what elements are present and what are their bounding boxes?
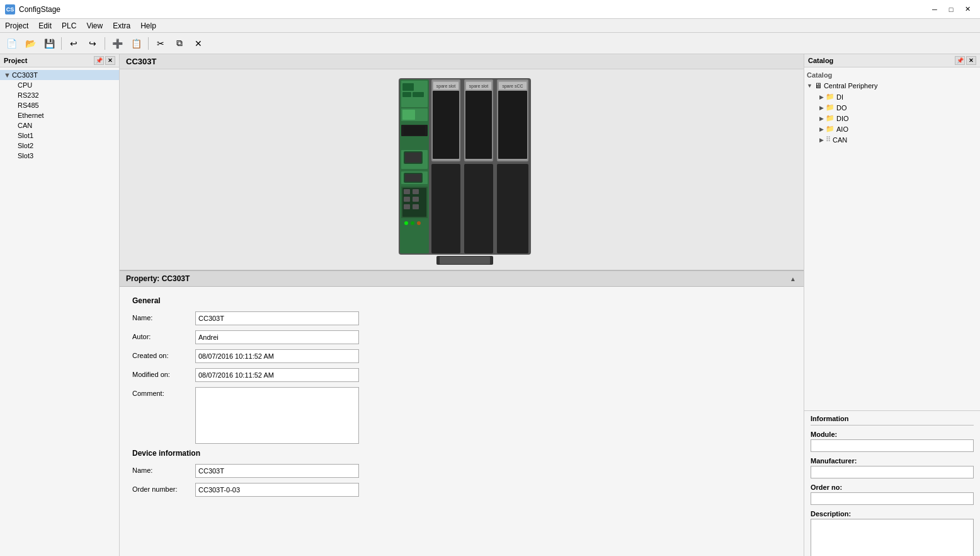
tree-item-ethernet[interactable]: Ethernet [0,110,119,120]
tree-root-label: CC303T [12,71,38,79]
device-name-input[interactable] [195,464,359,478]
svg-rect-20 [413,189,419,194]
svg-rect-33 [433,91,459,159]
arrow-icon: ▼ [4,71,11,79]
svg-rect-23 [404,204,410,209]
tree-item-slot2[interactable]: Slot2 [0,141,119,151]
can-expand-icon: ▶ [819,137,824,143]
add-button[interactable]: ➕ [108,35,126,52]
cp-folder-icon: 🖥 [814,81,822,90]
created-label: Created on: [132,349,195,359]
svg-point-26 [404,221,408,225]
order-no-input[interactable] [811,492,974,505]
save-button[interactable]: 💾 [40,35,58,52]
device-container: spare slot spare slot spare sCC [399,78,525,261]
created-input[interactable] [195,349,359,363]
order-number-input[interactable] [195,483,359,497]
tree-item-slot3[interactable]: Slot3 [0,151,119,161]
tree-item-rs485[interactable]: RS485 [0,100,119,110]
device-info-section-title: Device information [132,449,791,458]
dio-expand-icon: ▶ [819,115,824,122]
di-label: DI [836,93,843,101]
toolbar-sep-3 [148,37,149,50]
copy-button[interactable]: ⧉ [171,35,188,52]
maximize-button[interactable]: □ [943,3,959,16]
cp-label: Central Periphery [824,82,878,90]
delete-button[interactable]: ✕ [190,35,207,52]
panel-close-icon[interactable]: ✕ [105,56,115,65]
property-title: Property: CC303T ▲ [120,271,804,287]
redo-button[interactable]: ↪ [84,35,101,52]
description-textarea[interactable] [811,519,974,556]
tree-item-cpu[interactable]: CPU [0,80,119,90]
project-panel: Project 📌 ✕ ▼ CC303T CPU RS232 RS485 [0,54,120,556]
menu-project[interactable]: Project [0,20,33,32]
panel-pin-icon[interactable]: 📌 [94,56,104,65]
autor-input[interactable] [195,330,359,344]
svg-rect-38 [465,91,492,159]
tree-child-label: RS232 [18,91,39,99]
tree-child-label: Slot3 [18,152,33,159]
property-panel: Property: CC303T ▲ General Name: Autor: … [120,271,804,556]
svg-rect-22 [413,197,419,202]
svg-text:spare slot: spare slot [436,84,455,89]
comment-textarea[interactable] [195,387,359,444]
svg-rect-16 [405,174,421,182]
catalog-item-di[interactable]: ▶ 📁 DI [804,91,980,102]
dio-folder-icon: 📁 [826,114,835,122]
tree-item-slot1[interactable]: Slot1 [0,130,119,141]
autor-row: Autor: [132,330,791,344]
menu-plc[interactable]: PLC [57,20,81,32]
svg-rect-45 [464,164,493,253]
toolbar: 📄 📂 💾 ↩ ↪ ➕ 📋 ✂ ⧉ ✕ [0,33,980,54]
svg-rect-7 [402,110,415,120]
catalog-item-can[interactable]: ▶ ⠿ CAN [804,134,980,145]
scroll-up-arrow[interactable]: ▲ [789,274,797,283]
svg-rect-44 [431,164,460,253]
undo-button[interactable]: ↩ [65,35,83,52]
svg-point-28 [417,221,421,225]
catalog-item-central-periphery[interactable]: ▼ 🖥 Central Periphery [804,80,980,91]
new-button[interactable]: 📄 [3,35,20,52]
center-panel: CC303T [120,54,804,556]
tree-item-rs232[interactable]: RS232 [0,90,119,100]
tree-child-label: CAN [18,122,32,129]
catalog-close-icon[interactable]: ✕ [966,56,976,65]
tree-item-can[interactable]: CAN [0,120,119,130]
menu-view[interactable]: View [81,20,108,32]
menu-help[interactable]: Help [135,20,161,32]
cp-expand-icon: ▼ [807,83,812,89]
catalog-pin-icon[interactable]: 📌 [955,56,965,65]
module-input[interactable] [811,439,974,452]
module-row: Module: [811,431,974,452]
svg-rect-4 [402,92,411,97]
description-label: Description: [811,510,974,518]
svg-text:spare sCC: spare sCC [502,84,523,89]
manufacturer-input[interactable] [811,466,974,478]
project-tree: ▼ CC303T CPU RS232 RS485 Ethernet CAN Sl… [0,67,119,556]
order-number-label: Order number: [132,483,195,493]
menu-extra[interactable]: Extra [108,20,135,32]
name-row: Name: [132,311,791,325]
catalog-item-dio[interactable]: ▶ 📁 DIO [804,113,980,124]
minimize-button[interactable]: ─ [927,3,942,16]
open-button[interactable]: 📂 [21,35,39,52]
name-input[interactable] [195,311,359,325]
tree-item-cc303t[interactable]: ▼ CC303T [0,70,119,80]
main-layout: Project 📌 ✕ ▼ CC303T CPU RS232 RS485 [0,54,980,556]
modified-input[interactable] [195,368,359,382]
svg-point-27 [411,221,414,225]
can-dots-icon: ⠿ [826,136,831,144]
catalog-item-aio[interactable]: ▶ 📁 AIO [804,124,980,134]
name-label: Name: [132,311,195,321]
cut-button[interactable]: ✂ [152,35,169,52]
device-view: spare slot spare slot spare sCC [120,69,804,271]
menubar: Project Edit PLC View Extra Help [0,19,980,33]
project-title: Project [4,57,27,64]
menu-edit[interactable]: Edit [33,20,57,32]
catalog-tree: Catalog ▼ 🖥 Central Periphery ▶ 📁 DI [804,67,980,411]
new-doc-button[interactable]: 📋 [127,35,145,52]
catalog-item-do[interactable]: ▶ 📁 DO [804,102,980,113]
close-button[interactable]: ✕ [960,3,975,16]
general-section-title: General [132,296,791,305]
